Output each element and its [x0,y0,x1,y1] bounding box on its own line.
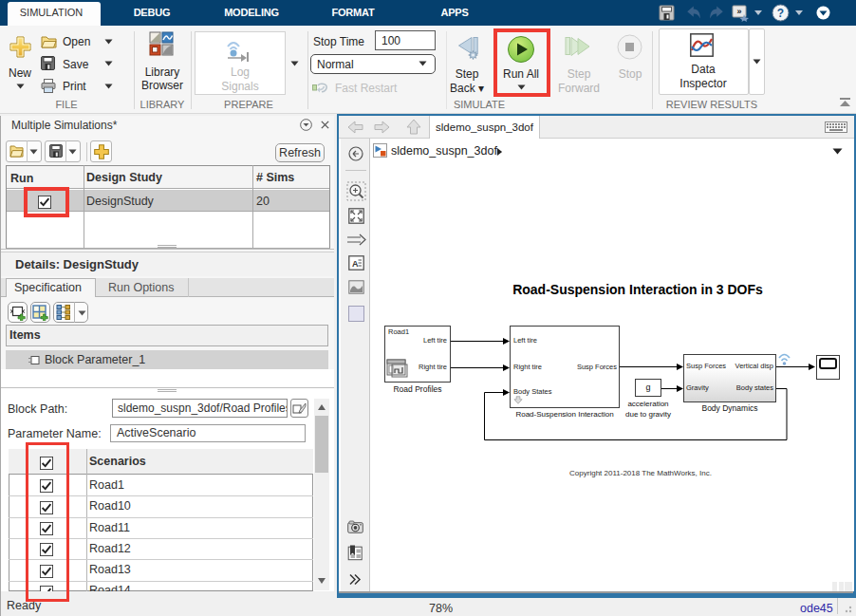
svg-text:?: ? [777,7,784,20]
svg-text:A: A [352,259,359,269]
svg-text:»: » [736,7,741,16]
